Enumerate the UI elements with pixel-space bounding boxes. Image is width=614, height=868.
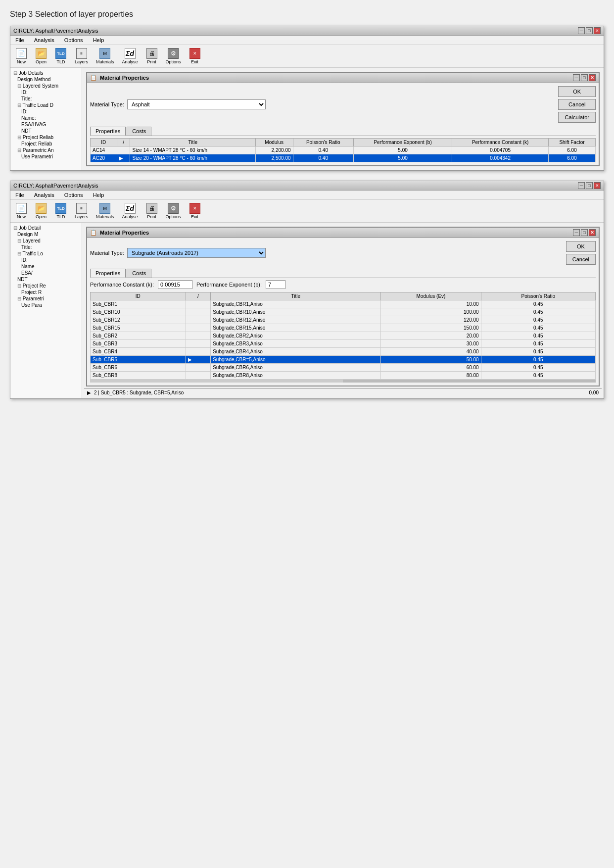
menu-file-1[interactable]: File [13,37,26,44]
cancel-btn-2[interactable]: Cancel [566,254,596,265]
window-controls: ─ □ ✕ [578,27,601,34]
dialog-1-minimize[interactable]: ─ [573,74,580,81]
cell-id: Sub_CBR8 [91,372,186,380]
open-label-2: Open [36,214,47,219]
exit-btn-2[interactable]: ✕ Exit [187,202,203,220]
tree-group-layered: ID: Title: [20,89,80,102]
w2-minimize-btn[interactable]: ─ [578,182,585,189]
menu-analysis-2[interactable]: Analysis [32,192,56,198]
dialog-1-close[interactable]: ✕ [589,74,596,81]
col-slash-1: / [117,139,130,146]
mat-dialog-1-icon: 📋 [90,75,97,81]
table-row[interactable]: Sub_CBR3 Subgrade,CBR3,Aniso 30.00 0.45 [91,340,596,348]
analyse-btn[interactable]: Σd Analyse [120,47,140,65]
layers-btn-2[interactable]: ≡ Layers [73,202,90,220]
dialog-2-minimize[interactable]: ─ [573,229,580,236]
table-row[interactable]: Sub_CBR6 Subgrade,CBR6,Aniso 60.00 0.45 [91,364,596,372]
resize-handle-2[interactable] [90,380,596,383]
exit-btn[interactable]: ✕ Exit [187,47,203,65]
layers-btn[interactable]: ≡ Layers [73,47,90,65]
cell-modulus: 2,200.00 [255,146,293,154]
menu-help-1[interactable]: Help [91,37,106,44]
cell-modulus: 150.00 [381,324,481,332]
ok-btn-1[interactable]: OK [558,86,596,97]
menu-bar-1: File Analysis Options Help [10,36,604,45]
dialog-2-close[interactable]: ✕ [589,229,596,236]
material-type-select-2[interactable]: Subgrade (Austroads 2017) [127,248,266,258]
dialog-2-maximize[interactable]: □ [581,229,588,236]
menu-file-2[interactable]: File [13,192,26,198]
perf-const-input-2[interactable] [158,280,192,289]
exit-icon: ✕ [189,48,200,59]
print-icon-2: 🖨 [146,203,157,214]
cell-perf-exp: 5.00 [353,146,452,154]
options-btn[interactable]: ⚙ Options [164,47,183,65]
cell-poisson: 0.45 [481,308,595,316]
new-btn[interactable]: 📄 New [13,47,29,65]
analyse-icon-2: Σd [125,203,136,214]
tree-design-m-2: Design M [16,231,80,238]
cell-modulus: 40.00 [381,348,481,356]
tree-group-2: Design M ⊟ Layered Title: ⊟ Traffic Lo I… [16,231,80,308]
table-row[interactable]: Sub_CBR2 Subgrade,CBR2,Aniso 20.00 0.45 [91,332,596,340]
perf-exp-input-2[interactable] [266,280,285,289]
maximize-btn[interactable]: □ [586,27,593,34]
layers-label: Layers [75,59,88,64]
close-btn[interactable]: ✕ [594,27,601,34]
open-btn-2[interactable]: 📂 Open [33,202,49,220]
cell-title: Subgrade,CBR15,Aniso [211,324,381,332]
materials-btn-2[interactable]: M Materials [94,202,116,220]
menu-options-2[interactable]: Options [62,192,85,198]
table-row[interactable]: Sub_CBR15 Subgrade,CBR15,Aniso 150.00 0.… [91,324,596,332]
calculator-btn-1[interactable]: Calculator [558,112,596,123]
new-btn-2[interactable]: 📄 New [13,202,29,220]
table-row[interactable]: Sub_CBR5 ▶ Subgrade,CBR=5,Aniso 50.00 0.… [91,356,596,364]
dialog-1-maximize[interactable]: □ [581,74,588,81]
table-row[interactable]: Sub_CBR10 Subgrade,CBR10,Aniso 100.00 0.… [91,308,596,316]
menu-options-1[interactable]: Options [62,37,85,44]
exit-icon-2: ✕ [189,203,200,214]
col-slash-2: / [186,292,211,300]
table-row[interactable]: AC20 ▶ Size 20 - WMAPT 28 °C - 60 km/h 2… [91,154,596,162]
menu-analysis-1[interactable]: Analysis [32,37,56,44]
analyse-btn-2[interactable]: Σd Analyse [120,202,140,220]
table-row[interactable]: Sub_CBR4 Subgrade,CBR4,Aniso 40.00 0.45 [91,348,596,356]
tld-btn[interactable]: TLD TLD [53,47,69,65]
ok-btn-2[interactable]: OK [566,241,596,252]
status-value-2: 0.00 [589,390,599,395]
print-btn[interactable]: 🖨 Print [144,47,160,65]
cell-perf-exp: 5.00 [353,154,452,162]
menu-help-2[interactable]: Help [91,192,106,198]
tab-costs-1[interactable]: Costs [127,127,151,136]
cell-poisson: 0.45 [481,300,595,308]
mat-dialog-2-controls: ─ □ ✕ [573,229,596,236]
w2-maximize-btn[interactable]: □ [586,182,593,189]
left-tree-2: ⊟ Job Detail Design M ⊟ Layered Title: ⊟… [10,223,82,398]
print-btn-2[interactable]: 🖨 Print [144,202,160,220]
cancel-btn-1[interactable]: Cancel [558,99,596,110]
tab-costs-2[interactable]: Costs [127,269,151,278]
cell-id: Sub_CBR6 [91,364,186,372]
tab-properties-1[interactable]: Properties [90,127,126,136]
cell-title: Size 14 - WMAPT 28 °C - 60 km/h [130,146,255,154]
tree-group-1: Design Method ⊟ Layered System ID: Title… [16,76,80,160]
material-type-select-1[interactable]: Asphalt [127,99,266,109]
materials-btn[interactable]: M Materials [94,47,116,65]
options-btn-2[interactable]: ⚙ Options [164,202,183,220]
table-row[interactable]: Sub_CBR12 Subgrade,CBR12,Aniso 120.00 0.… [91,316,596,324]
window-1-content: ⊟ Job Details Design Method ⊟ Layered Sy… [10,68,604,170]
minimize-btn[interactable]: ─ [578,27,585,34]
open-btn[interactable]: 📂 Open [33,47,49,65]
tree-name: Name: [20,115,80,121]
tree-ndt-2: NDT [16,276,80,283]
tree-design-method: Design Method [16,76,80,83]
table-row[interactable]: AC14 Size 14 - WMAPT 28 °C - 60 km/h 2,2… [91,146,596,154]
options-icon: ⚙ [168,48,179,59]
tld-btn-2[interactable]: TLD TLD [53,202,69,220]
table-row[interactable]: Sub_CBR1 Subgrade,CBR1,Aniso 10.00 0.45 [91,300,596,308]
tab-properties-2[interactable]: Properties [90,269,126,278]
window-2-titlebar: CIRCLY: AsphaltPavementAnalysis ─ □ ✕ [10,181,604,191]
cell-arrow [186,324,211,332]
table-row[interactable]: Sub_CBR8 Subgrade,CBR8,Aniso 80.00 0.45 [91,372,596,380]
w2-close-btn[interactable]: ✕ [594,182,601,189]
